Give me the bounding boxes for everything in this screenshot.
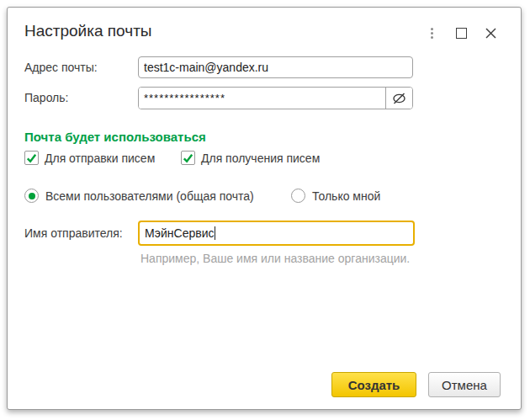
mail-settings-dialog: Настройка почты Адрес почты: Пароль:: [7, 7, 522, 410]
close-icon[interactable]: [484, 26, 497, 40]
sender-label: Имя отправителя:: [24, 221, 123, 246]
radio-only-me[interactable]: Только мной: [291, 189, 380, 203]
eye-off-glyph: [391, 91, 407, 106]
radio-label: Всеми пользователями (общая почта): [45, 189, 254, 203]
checkbox-send-mail[interactable]: Для отправки писем: [24, 151, 155, 165]
radio-all-users[interactable]: Всеми пользователями (общая почта): [24, 189, 254, 203]
sender-input[interactable]: МэйнСервис: [138, 221, 415, 246]
email-input[interactable]: [138, 56, 413, 78]
checkbox-label: Для отправки писем: [45, 152, 155, 165]
checkbox-label: Для получения писем: [201, 152, 320, 165]
usage-group-header: Почта будет использоваться: [24, 130, 206, 144]
dialog-title: Настройка почты: [24, 22, 152, 40]
maximize-glyph: [456, 28, 467, 39]
create-button[interactable]: Создать: [331, 372, 416, 397]
radio-circle: [291, 189, 305, 203]
close-glyph: [485, 27, 497, 40]
radio-label: Только мной: [312, 189, 380, 203]
cancel-button[interactable]: Отмена: [428, 372, 501, 397]
text-caret: [215, 226, 215, 240]
radio-circle: [24, 189, 39, 203]
kebab-dots: [431, 28, 433, 39]
window-controls: [425, 26, 497, 40]
checkbox-box: [24, 151, 39, 165]
password-input[interactable]: [139, 88, 385, 109]
email-label: Адрес почты:: [24, 56, 98, 78]
password-field: [138, 87, 413, 109]
eye-off-icon[interactable]: [385, 88, 412, 109]
checkmark-icon: [25, 152, 38, 165]
checkmark-icon: [182, 152, 194, 165]
maximize-icon[interactable]: [454, 26, 468, 40]
radio-dot: [29, 193, 35, 199]
sender-hint: Например, Ваше имя или название организа…: [140, 252, 410, 265]
checkbox-receive-mail[interactable]: Для получения писем: [181, 151, 320, 165]
checkbox-box: [181, 151, 195, 165]
sender-value: МэйнСервис: [145, 226, 214, 240]
password-label: Пароль:: [24, 87, 68, 109]
kebab-menu-icon[interactable]: [425, 26, 438, 40]
